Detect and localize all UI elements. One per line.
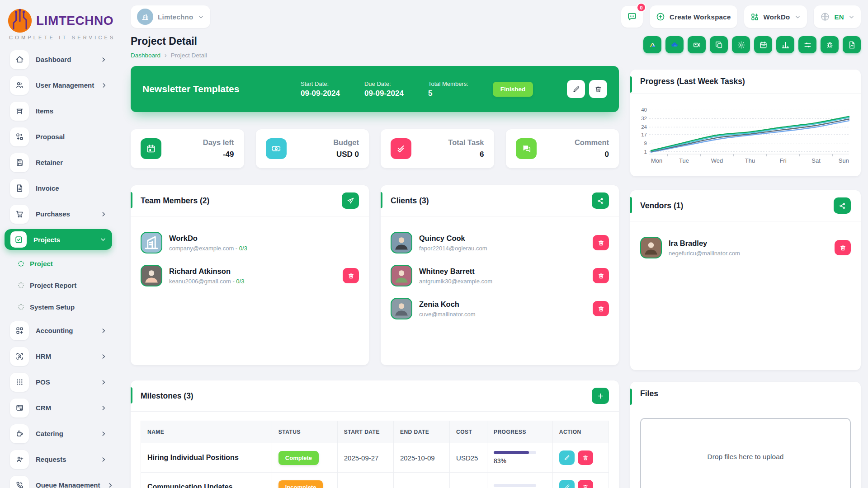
timeline-button[interactable]	[798, 36, 816, 53]
google-drive-button[interactable]	[643, 36, 661, 53]
project-banner: Newsletter Templates Start Date: 09-09-2…	[131, 66, 619, 112]
delete-milestone-button[interactable]	[578, 480, 593, 488]
files-title: Files	[640, 389, 658, 399]
plus-icon	[597, 392, 604, 400]
video-button[interactable]	[688, 36, 706, 53]
copy-icon	[715, 41, 723, 49]
report-button[interactable]	[843, 36, 861, 53]
sidebar-item-retainer[interactable]: Retainer	[0, 150, 117, 175]
delete-client-button[interactable]	[593, 235, 609, 250]
svg-text:Tue: Tue	[679, 157, 689, 164]
stat-comment: Comment 0	[506, 129, 619, 168]
delete-client-button[interactable]	[593, 268, 609, 283]
avatar	[391, 265, 412, 286]
delete-project-button[interactable]	[589, 80, 607, 98]
edit-milestone-button[interactable]	[559, 480, 575, 488]
progress-chart-title: Progress (Last Week Tasks)	[640, 77, 745, 86]
milestones-table: NAME STATUS START DATE END DATE COST PRO…	[141, 421, 609, 488]
start-date-field: Start Date: 09-09-2024	[301, 80, 340, 98]
milestone-status-badge: Incomplete	[278, 480, 323, 488]
sidebar-subitem-project[interactable]: Project	[0, 253, 117, 274]
file-dropzone[interactable]: Drop files here to upload	[640, 418, 851, 488]
stat-days-left: Days left -49	[131, 129, 244, 168]
trash-icon	[598, 239, 604, 246]
svg-text:40: 40	[641, 107, 647, 113]
onedrive-icon	[670, 41, 679, 49]
delete-client-button[interactable]	[593, 301, 609, 316]
delete-member-button[interactable]	[343, 268, 359, 283]
settings-button[interactable]	[732, 36, 750, 53]
plus-circle-icon	[656, 12, 665, 21]
chevron-right-icon	[100, 328, 107, 334]
sidebar-item-proposal[interactable]: Proposal	[0, 124, 117, 150]
stat-budget: Budget USD 0	[256, 129, 369, 168]
share-vendors-button[interactable]	[834, 197, 851, 214]
sidebar-item-crm[interactable]: CRM	[0, 395, 117, 421]
chart-button[interactable]	[776, 36, 794, 53]
bar-chart-icon	[781, 41, 790, 49]
stat-total-task: Total Task 6	[381, 129, 494, 168]
trash-icon	[582, 484, 589, 488]
breadcrumb-dashboard-link[interactable]: Dashboard	[131, 52, 160, 59]
sidebar-item-dashboard[interactable]: Dashboard	[0, 47, 117, 72]
proposal-icon	[10, 127, 29, 146]
sidebar-item-pos[interactable]: POS	[0, 369, 117, 395]
milestone-row: Hiring Individual Positions Complete 202…	[141, 443, 609, 473]
sidebar-item-projects[interactable]: Projects	[5, 229, 112, 250]
page-header: Project Detail Dashboard › Project Detai…	[131, 35, 861, 59]
sidebar-item-requests[interactable]: Requests	[0, 446, 117, 472]
sidebar-item-queue-management[interactable]: Queue Management	[0, 472, 117, 488]
bug-icon	[826, 41, 834, 49]
edit-milestone-button[interactable]	[559, 450, 575, 465]
chevron-right-icon	[107, 482, 113, 488]
sidebar-subitem-project-report[interactable]: Project Report	[0, 274, 117, 296]
dots-grid-icon	[10, 373, 29, 392]
edit-project-button[interactable]	[567, 80, 585, 98]
save-icon	[10, 153, 29, 172]
bullet-icon	[18, 282, 24, 288]
add-milestone-button[interactable]	[592, 388, 609, 404]
sidebar-item-catering[interactable]: Catering	[0, 421, 117, 446]
vendors-title: Vendors (1)	[640, 201, 683, 211]
milestone-row: Communication Updates Incomplete	[141, 473, 609, 488]
svg-text:Fri: Fri	[779, 157, 786, 164]
create-workspace-button[interactable]: Create Workspace	[650, 5, 737, 28]
sliders-icon	[803, 41, 812, 49]
due-date-field: Due Date: 09-09-2024	[364, 80, 404, 98]
app-switcher[interactable]: WorkDo	[744, 5, 807, 28]
calendar-button[interactable]	[754, 36, 772, 53]
sidebar-subitem-system-setup[interactable]: System Setup	[0, 296, 117, 318]
sidebar-item-user-management[interactable]: User Management	[0, 72, 117, 98]
copy-button[interactable]	[710, 36, 728, 53]
sidebar-item-hrm[interactable]: HRM	[0, 343, 117, 369]
pencil-icon	[564, 455, 570, 461]
invite-member-button[interactable]	[342, 192, 359, 209]
delete-milestone-button[interactable]	[578, 450, 593, 465]
progress-chart: 4032241791MonTueWedThuFriSatSun	[630, 94, 861, 174]
dropzone-text: Drop files here to upload	[708, 453, 784, 461]
svg-text:Mon: Mon	[651, 157, 662, 164]
messages-button[interactable]: 0	[621, 6, 643, 28]
bug-button[interactable]	[821, 36, 839, 53]
sidebar-item-purchases[interactable]: Purchases	[0, 201, 117, 227]
onedrive-button[interactable]	[665, 36, 684, 53]
share-clients-button[interactable]	[592, 192, 609, 209]
sidebar-item-items[interactable]: Items	[0, 98, 117, 124]
files-card: Files Drop files here to upload	[630, 382, 861, 488]
sidebar-item-accounting[interactable]: Accounting	[0, 318, 117, 343]
share-icon	[839, 202, 846, 210]
delete-vendor-button[interactable]	[835, 240, 851, 255]
workspace-selector[interactable]: Limtechno	[131, 5, 210, 28]
svg-text:1: 1	[644, 149, 647, 155]
client-row: Whitney Barrett antgrumik30@example.com	[391, 265, 609, 286]
vendor-row: Ira Bradley negefuricu@mailinator.com	[640, 237, 851, 258]
trash-icon	[594, 85, 602, 93]
chat-icon	[516, 138, 537, 159]
sidebar-item-invoice[interactable]: Invoice	[0, 175, 117, 201]
sidebar-nav: Dashboard User Management Items Proposal…	[0, 42, 117, 488]
topbar: Limtechno 0 Create Workspace WorkDo	[131, 0, 861, 29]
language-selector[interactable]: EN	[814, 5, 861, 28]
team-members-card: Team Members (2) WorkDo company@example.…	[131, 185, 369, 365]
chevron-right-icon	[100, 56, 107, 63]
stats-row: Days left -49 Budget USD 0	[131, 129, 619, 168]
